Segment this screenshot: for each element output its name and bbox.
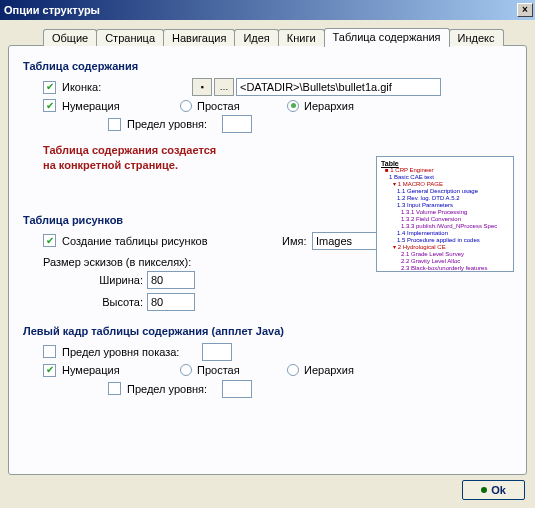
close-button[interactable]: × [517,3,533,17]
toc-section-title: Таблица содержания [23,60,512,72]
lf-showlevel-input[interactable] [202,343,232,361]
lf-level-limit-label: Предел уровня: [127,383,222,395]
toc-level-limit-label: Предел уровня: [127,118,222,130]
lf-level-limit-input[interactable] [222,380,252,398]
ok-button[interactable]: Ok [462,480,525,500]
toc-hier-label: Иерархия [304,100,354,112]
ok-icon [481,487,487,493]
tab-general[interactable]: Общие [43,29,97,46]
lf-hier-label: Иерархия [304,364,354,376]
tab-strip: Общие Страница Навигация Идея Книги Табл… [43,28,527,46]
toc-preview: Table ■ 1 CRP Engineer 1 Basic CAE text … [376,156,514,272]
window-title: Опции структуры [4,4,100,16]
tab-idea[interactable]: Идея [234,29,278,46]
tab-panel: Таблица содержания ✔ Иконка: ▪ … ✔ Нумер… [8,45,527,475]
lf-simple-label: Простая [197,364,267,376]
figs-width-label: Ширина: [93,274,143,286]
toc-hier-radio[interactable] [287,100,299,112]
toc-simple-radio[interactable] [180,100,192,112]
preview-title: Table [381,160,509,167]
tab-books[interactable]: Книги [278,29,325,46]
title-bar: Опции структуры × [0,0,535,20]
icon-path-input[interactable] [236,78,441,96]
lf-hier-radio[interactable] [287,364,299,376]
lf-showlevel-checkbox[interactable] [43,345,56,358]
toc-icon-label: Иконка: [62,81,152,93]
lf-showlevel-label: Предел уровня показа: [62,346,202,358]
tab-index[interactable]: Индекс [449,29,504,46]
figs-height-label: Высота: [93,296,143,308]
leftframe-section-title: Левый кадр таблицы содержания (апплет Ja… [23,325,512,337]
figs-create-label: Создание таблицы рисунков [62,235,242,247]
figs-size-label: Размер эскизов (в пикселях): [43,256,191,268]
figs-create-checkbox[interactable]: ✔ [43,234,56,247]
dialog-body: Общие Страница Навигация Идея Книги Табл… [0,20,535,508]
tab-toc[interactable]: Таблица содержания [324,28,450,47]
tab-navigation[interactable]: Навигация [163,29,235,46]
lf-numbering-label: Нумерация [62,364,152,376]
tab-page[interactable]: Страница [96,29,164,46]
lf-level-limit-checkbox[interactable] [108,382,121,395]
figs-height-input[interactable] [147,293,195,311]
toc-level-limit-input[interactable] [222,115,252,133]
lf-simple-radio[interactable] [180,364,192,376]
toc-simple-label: Простая [197,100,267,112]
ok-label: Ok [491,484,506,496]
toc-level-limit-checkbox[interactable] [108,118,121,131]
figs-name-label: Имя: [282,235,312,247]
toc-numbering-label: Нумерация [62,100,152,112]
icon-preview-button[interactable]: ▪ [192,78,212,96]
toc-numbering-checkbox[interactable]: ✔ [43,99,56,112]
lf-numbering-checkbox[interactable]: ✔ [43,364,56,377]
icon-browse-button[interactable]: … [214,78,234,96]
toc-icon-checkbox[interactable]: ✔ [43,81,56,94]
figs-width-input[interactable] [147,271,195,289]
